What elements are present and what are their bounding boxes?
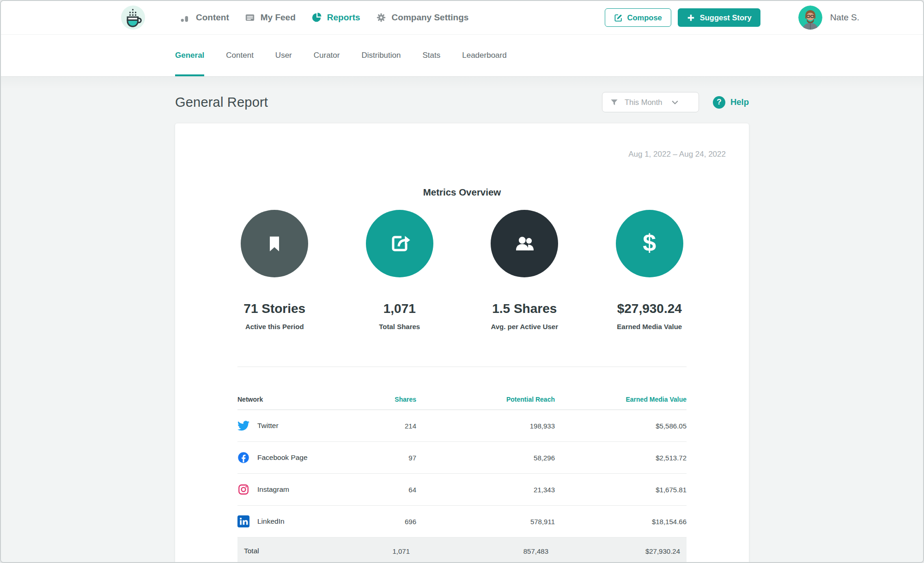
metric-value: 71 Stories xyxy=(243,301,305,317)
chevron-down-icon xyxy=(670,98,680,107)
metric-value: 1,071 xyxy=(383,301,416,317)
gear-icon xyxy=(376,12,386,23)
compose-icon xyxy=(614,13,623,22)
tab-label: Leaderboard xyxy=(462,51,506,60)
reach-value: 21,343 xyxy=(416,486,555,494)
table-total-row: Total 1,071 857,483 $27,930.24 xyxy=(237,538,687,562)
page-title: General Report xyxy=(175,95,268,110)
table-row-linkedin: LinkedIn 696 578,911 $18,154.66 xyxy=(237,506,687,538)
compose-button[interactable]: Compose xyxy=(605,8,671,27)
tab-distribution[interactable]: Distribution xyxy=(361,35,401,76)
suggest-story-label: Suggest Story xyxy=(700,13,752,22)
metric-stories: 71 Stories Active this Period xyxy=(212,210,337,330)
metric-label: Earned Media Value xyxy=(617,323,682,330)
total-reach: 857,483 xyxy=(410,547,548,555)
brand-logo[interactable] xyxy=(121,6,145,30)
metric-avg-shares: 1.5 Shares Avg. per Active User xyxy=(462,210,587,330)
network-name: Twitter xyxy=(257,422,279,430)
total-shares: 1,071 xyxy=(350,547,410,555)
date-filter-value: This Month xyxy=(625,98,663,107)
date-range: Aug 1, 2022 – Aug 24, 2022 xyxy=(198,150,726,159)
metric-label: Total Shares xyxy=(379,323,420,330)
user-name[interactable]: Nate S. xyxy=(830,12,859,23)
general-report-card: Aug 1, 2022 – Aug 24, 2022 Metrics Overv… xyxy=(175,123,749,562)
nav-item-content[interactable]: Content xyxy=(180,12,229,23)
plus-icon xyxy=(687,13,695,22)
metric-total-shares: 1,071 Total Shares xyxy=(337,210,462,330)
network-name: Facebook Page xyxy=(257,453,308,462)
shares-value: 696 xyxy=(356,518,416,526)
report-page: General Report This Month ? Help xyxy=(1,77,923,562)
tab-content[interactable]: Content xyxy=(226,35,254,76)
col-earned-media-value: Earned Media Value xyxy=(555,396,687,403)
total-label: Total xyxy=(244,547,350,555)
table-row-twitter: Twitter 214 198,933 $5,586.05 xyxy=(237,410,687,442)
report-header: General Report This Month ? Help xyxy=(175,92,749,112)
table-row-instagram: Instagram 64 21,343 $1,675.81 xyxy=(237,474,687,506)
shares-value: 214 xyxy=(356,422,416,430)
feed-icon xyxy=(245,12,255,23)
metric-value: $27,930.24 xyxy=(617,301,682,317)
tab-label: Content xyxy=(226,51,254,60)
main-nav: Content My Feed Reports xyxy=(180,12,468,23)
users-icon xyxy=(491,210,558,277)
dollar-icon: $ xyxy=(616,210,683,277)
compose-label: Compose xyxy=(627,13,662,22)
coffee-cup-logo-icon xyxy=(121,6,145,30)
tab-stats[interactable]: Stats xyxy=(423,35,441,76)
date-filter-dropdown[interactable]: This Month xyxy=(602,92,699,112)
metrics-overview-title: Metrics Overview xyxy=(198,187,726,198)
nav-item-company-settings[interactable]: Company Settings xyxy=(376,12,469,23)
reach-value: 578,911 xyxy=(416,518,555,526)
tab-label: General xyxy=(175,51,204,60)
help-label: Help xyxy=(730,97,749,107)
pie-chart-icon xyxy=(311,12,322,23)
emv-value: $18,154.66 xyxy=(555,518,687,526)
network-table: Network Shares Potential Reach Earned Me… xyxy=(237,389,687,562)
network-name: Instagram xyxy=(257,485,289,494)
col-shares: Shares xyxy=(356,396,416,403)
instagram-icon xyxy=(237,483,249,496)
tab-leaderboard[interactable]: Leaderboard xyxy=(462,35,506,76)
bar-chart-icon xyxy=(180,12,190,23)
network-name: LinkedIn xyxy=(257,517,285,526)
table-row-facebook: Facebook Page 97 58,296 $2,513.72 xyxy=(237,442,687,474)
tab-label: Distribution xyxy=(361,51,401,60)
col-network: Network xyxy=(237,396,356,403)
tab-label: Curator xyxy=(314,51,340,60)
nav-label: Content xyxy=(196,12,229,23)
nav-label: My Feed xyxy=(261,12,296,23)
metric-value: 1.5 Shares xyxy=(492,301,557,317)
avatar-image xyxy=(798,6,822,30)
emv-value: $2,513.72 xyxy=(555,454,687,462)
tab-label: Stats xyxy=(423,51,441,60)
report-tools: This Month ? Help xyxy=(602,92,749,112)
emv-value: $5,586.05 xyxy=(555,422,687,430)
tab-curator[interactable]: Curator xyxy=(314,35,340,76)
help-link[interactable]: ? Help xyxy=(713,96,749,109)
tab-user[interactable]: User xyxy=(275,35,292,76)
metric-emv: $ $27,930.24 Earned Media Value xyxy=(587,210,712,330)
suggest-story-button[interactable]: Suggest Story xyxy=(678,8,760,27)
tab-general[interactable]: General xyxy=(175,35,204,76)
metrics-grid: 71 Stories Active this Period 1,071 Tota… xyxy=(212,210,712,330)
bookmark-icon xyxy=(241,210,308,277)
table-header-row: Network Shares Potential Reach Earned Me… xyxy=(237,389,687,410)
top-nav: Content My Feed Reports xyxy=(1,1,923,35)
app-window: Content My Feed Reports xyxy=(0,0,924,563)
user-avatar[interactable] xyxy=(798,6,822,30)
metric-label: Active this Period xyxy=(245,323,304,330)
linkedin-icon xyxy=(237,515,249,527)
question-circle-icon: ? xyxy=(713,96,725,109)
total-emv: $27,930.24 xyxy=(548,547,680,555)
reach-value: 198,933 xyxy=(416,422,555,430)
nav-item-my-feed[interactable]: My Feed xyxy=(245,12,296,23)
nav-item-reports[interactable]: Reports xyxy=(311,12,360,23)
share-icon xyxy=(366,210,433,277)
report-tabs: General Content User Curator Distributio… xyxy=(1,35,923,77)
twitter-icon xyxy=(237,420,249,432)
col-potential-reach: Potential Reach xyxy=(416,396,555,403)
section-divider xyxy=(237,367,687,367)
facebook-icon xyxy=(237,452,249,464)
shares-value: 97 xyxy=(356,454,416,462)
